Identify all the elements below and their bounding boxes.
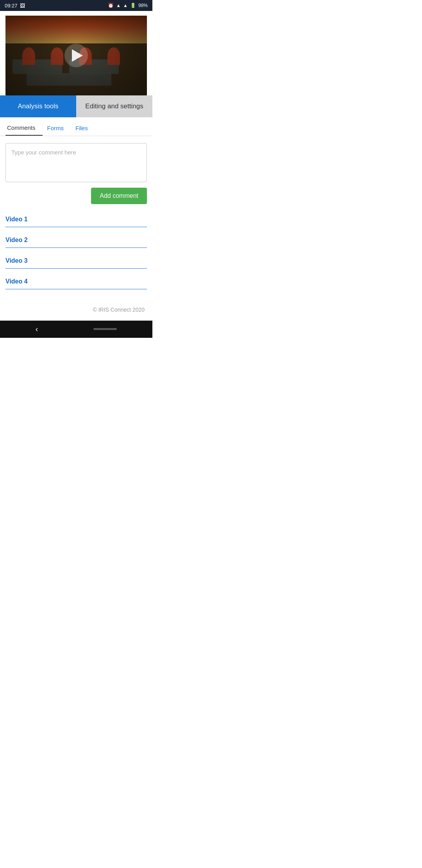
signal-icon: ▲ <box>123 3 128 8</box>
status-left: 09:27 🖼 <box>5 3 25 9</box>
alarm-icon: ⏰ <box>108 3 114 8</box>
subtab-comments[interactable]: Comments <box>5 119 43 136</box>
list-item: Video 4 <box>5 270 147 289</box>
comment-input[interactable] <box>5 143 147 182</box>
list-item: Video 1 <box>5 208 147 227</box>
video-link-3[interactable]: Video 3 <box>5 257 28 264</box>
play-icon <box>72 49 83 62</box>
battery-icon: 🔋 <box>130 3 136 8</box>
video-list: Video 1 Video 2 Video 3 Video 4 <box>0 208 152 289</box>
footer: © IRIS Connect 2020 <box>0 291 152 321</box>
tab-analysis-tools[interactable]: Analysis tools <box>0 95 76 117</box>
sub-tabs: Comments Forms Files <box>0 119 152 136</box>
list-item: Video 3 <box>5 249 147 269</box>
main-content: Analysis tools Editing and settings Comm… <box>0 11 152 321</box>
comment-section: Add comment <box>0 136 152 208</box>
play-button[interactable] <box>64 44 88 67</box>
subtab-files[interactable]: Files <box>74 119 95 136</box>
back-button[interactable]: ‹ <box>36 325 38 334</box>
main-tabs: Analysis tools Editing and settings <box>0 95 152 117</box>
list-item: Video 2 <box>5 229 147 248</box>
video-link-4[interactable]: Video 4 <box>5 278 28 285</box>
copyright-text: © IRIS Connect 2020 <box>93 307 145 313</box>
status-bar: 09:27 🖼 ⏰ ▲ ▲ 🔋 98% <box>0 0 152 11</box>
status-right: ⏰ ▲ ▲ 🔋 98% <box>108 3 148 8</box>
photo-icon: 🖼 <box>20 3 25 9</box>
subtab-forms[interactable]: Forms <box>46 119 71 136</box>
wifi-icon: ▲ <box>116 3 121 8</box>
time-display: 09:27 <box>5 3 18 9</box>
video-link-1[interactable]: Video 1 <box>5 216 28 222</box>
battery-percent: 98% <box>138 3 148 8</box>
video-link-2[interactable]: Video 2 <box>5 237 28 243</box>
video-thumbnail[interactable] <box>5 16 147 95</box>
tab-editing-settings[interactable]: Editing and settings <box>76 95 152 117</box>
home-indicator[interactable] <box>93 328 117 330</box>
add-comment-button[interactable]: Add comment <box>91 188 147 204</box>
add-comment-row: Add comment <box>5 188 147 204</box>
nav-bar: ‹ <box>0 321 152 338</box>
